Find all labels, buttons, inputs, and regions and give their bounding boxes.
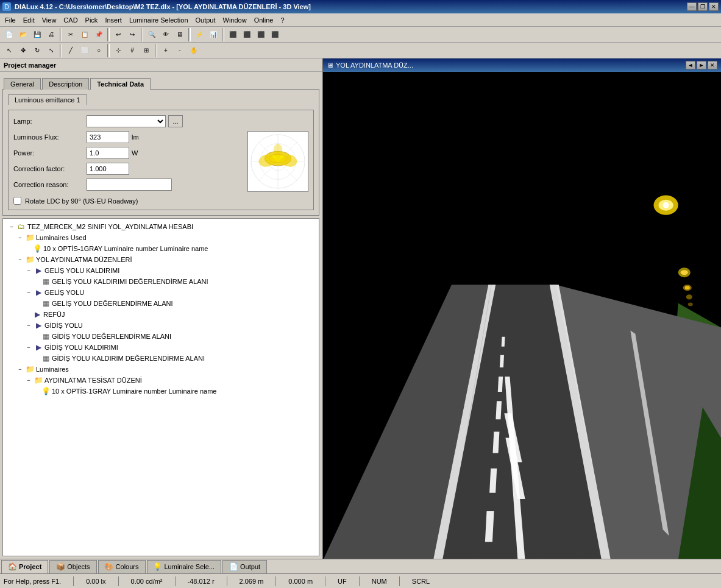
toolbar-view[interactable]: 👁	[159, 28, 172, 41]
tree-item-0[interactable]: −🗂TEZ_MERCEK_M2 SINIFI YOL_AYDINLATMA HE…	[5, 221, 316, 232]
toolbar2-rotate[interactable]: ↻	[30, 44, 44, 57]
toolbar2-pan[interactable]: ✋	[187, 44, 201, 57]
right-panel: 🖥 YOL AYDINLATMA DÜZ... ◄ ► ✕	[323, 58, 721, 559]
menu-item-?[interactable]: ?	[277, 15, 288, 25]
toolbar-cut[interactable]: ✂	[64, 28, 77, 41]
toolbar-redo[interactable]: ↪	[126, 28, 139, 41]
toolbar-extra1[interactable]: ⬛	[226, 28, 240, 41]
menu-item-cad[interactable]: CAD	[60, 15, 81, 25]
toolbar-extra2[interactable]: ⬛	[240, 28, 254, 41]
tree-item-8[interactable]: ▶REFÜJ	[5, 309, 316, 320]
lamp-dropdown[interactable]	[87, 115, 166, 127]
toolbar2-grid[interactable]: #	[126, 44, 139, 57]
correction-reason-input[interactable]	[87, 179, 172, 191]
tree-expand-11[interactable]: −	[25, 344, 32, 351]
tree-item-6[interactable]: −▶GELİŞ YOLU	[5, 287, 316, 298]
toolbar2-rect[interactable]: ⬜	[78, 44, 91, 57]
toolbar-copy[interactable]: 📋	[78, 28, 91, 41]
flux-input[interactable]	[87, 131, 129, 143]
tree-item-15[interactable]: 💡10 x OPTİS-1GRAY Luminaire number Lumin…	[5, 386, 316, 397]
toolbar2-zoom-out[interactable]: -	[173, 44, 186, 57]
toolbar2-select[interactable]: ↖	[2, 44, 16, 57]
tree-icon-4: ▶	[34, 266, 43, 275]
bottom-tab-colours[interactable]: 🎨Colours	[98, 560, 146, 573]
tree-item-14[interactable]: −📁AYDINLATMA TESİSAT DÜZENİ	[5, 375, 316, 386]
3d-canvas[interactable]	[323, 72, 721, 559]
toolbar2-ortho[interactable]: ⊞	[140, 44, 153, 57]
toolbar-zoom[interactable]: 🔍	[145, 28, 158, 41]
tree-label-13: Luminaires	[36, 366, 69, 373]
tree-item-11[interactable]: −▶GİDİŞ YOLU KALDIRIMI	[5, 342, 316, 353]
tree-expand-14[interactable]: −	[25, 377, 32, 384]
menu-item-window[interactable]: Window	[219, 15, 250, 25]
menu-item-insert[interactable]: Insert	[101, 15, 126, 25]
bottom-tab-output[interactable]: 📄Output	[222, 560, 267, 573]
close-button[interactable]: ✕	[709, 2, 719, 11]
tab-technical-data[interactable]: Technical Data	[90, 78, 151, 90]
bottom-tab-luminaire-sele...[interactable]: 💡Luminaire Sele...	[147, 560, 222, 573]
tree-item-9[interactable]: −▶GİDİŞ YOLU	[5, 320, 316, 331]
toolbar-new[interactable]: 📄	[2, 28, 16, 41]
menu-item-output[interactable]: Output	[192, 15, 219, 25]
toolbar-print[interactable]: 🖨	[44, 28, 58, 41]
tree-expand-9[interactable]: −	[25, 322, 32, 329]
tree-expand-13[interactable]: −	[16, 366, 24, 373]
tree-item-3[interactable]: −📁YOL AYDINLATMA DÜZENLERİ	[5, 254, 316, 265]
toolbar2-snap[interactable]: ⊹	[112, 44, 125, 57]
power-input[interactable]	[87, 147, 129, 159]
subtab-luminous-emittance[interactable]: Luminous emittance 1	[8, 94, 87, 105]
toolbar-open[interactable]: 📂	[16, 28, 30, 41]
menu-item-edit[interactable]: Edit	[20, 15, 38, 25]
tree-expand-6[interactable]: −	[25, 289, 32, 296]
menu-item-pick[interactable]: Pick	[82, 15, 102, 25]
tree-item-13[interactable]: −📁Luminaires	[5, 364, 316, 375]
correction-factor-row: Correction factor:	[13, 163, 236, 175]
view-close-button[interactable]: ✕	[708, 61, 717, 69]
lamp-dots-button[interactable]: ...	[168, 115, 183, 127]
toolbar-report[interactable]: 📊	[207, 28, 220, 41]
tree-expand-4[interactable]: −	[25, 267, 32, 274]
toolbar-extra3[interactable]: ⬛	[254, 28, 268, 41]
view-prev-button[interactable]: ◄	[686, 61, 695, 69]
tab-description[interactable]: Description	[42, 78, 89, 90]
toolbar-save[interactable]: 💾	[30, 28, 44, 41]
tree-item-10[interactable]: ▦GİDİŞ YOLU DEĞERLENDİRME ALANI	[5, 331, 316, 342]
tree-item-5[interactable]: ▦GELİŞ YOLU KALDIRIMI DEĞERLENDİRME ALAN…	[5, 276, 316, 287]
menu-item-luminaire-selection[interactable]: Luminaire Selection	[126, 15, 192, 25]
restore-button[interactable]: ❐	[698, 2, 708, 11]
view-next-button[interactable]: ►	[697, 61, 706, 69]
tree-expand-3[interactable]: −	[16, 256, 24, 263]
menu-item-view[interactable]: View	[38, 15, 60, 25]
tab-general[interactable]: General	[4, 78, 41, 90]
toolbar-paste[interactable]: 📌	[92, 28, 105, 41]
bottom-tab-objects[interactable]: 📦Objects	[49, 560, 96, 573]
menu-item-file[interactable]: File	[1, 15, 20, 25]
tree-item-4[interactable]: −▶GELİŞ YOLU KALDIRIMI	[5, 265, 316, 276]
menu-item-online[interactable]: Online	[250, 15, 277, 25]
toolbar2-line[interactable]: ╱	[64, 44, 77, 57]
toolbar-calculate[interactable]: ⚡	[193, 28, 206, 41]
tree-item-12[interactable]: ▦GİDİŞ YOLU KALDIRIM DEĞERLENDİRME ALANI	[5, 353, 316, 364]
bottom-tab-project[interactable]: 🏠Project	[1, 560, 48, 573]
toolbar2-circle[interactable]: ○	[92, 44, 105, 57]
toolbar-render[interactable]: 🖥	[173, 28, 186, 41]
toolbar-row-2: ↖ ✥ ↻ ⤡ ╱ ⬜ ○ ⊹ # ⊞ + - ✋	[0, 43, 721, 58]
tree-label-12: GİDİŞ YOLU KALDIRIM DEĞERLENDİRME ALANI	[52, 355, 205, 362]
toolbar2-scale[interactable]: ⤡	[44, 44, 58, 57]
correction-reason-label: Correction reason:	[13, 181, 87, 188]
titlebar-controls[interactable]: — ❐ ✕	[687, 2, 719, 11]
tree-item-2[interactable]: 💡10 x OPTİS-1GRAY Luminaire number Lumin…	[5, 243, 316, 254]
toolbar-extra4[interactable]: ⬛	[268, 28, 282, 41]
tree-expand-1[interactable]: −	[16, 234, 24, 241]
toolbar-undo[interactable]: ↩	[112, 28, 125, 41]
correction-factor-input[interactable]	[87, 163, 129, 175]
toolbar2-zoom-in[interactable]: +	[159, 44, 172, 57]
tree-item-1[interactable]: −📁Luminaires Used	[5, 232, 316, 243]
toolbar2-move[interactable]: ✥	[16, 44, 30, 57]
minimize-button[interactable]: —	[687, 2, 697, 11]
rotate-ldc-checkbox[interactable]	[13, 197, 21, 205]
tree-item-7[interactable]: ▦GELİŞ YOLU DEĞERLENDİRME ALANI	[5, 298, 316, 309]
tree-panel[interactable]: −🗂TEZ_MERCEK_M2 SINIFI YOL_AYDINLATMA HE…	[2, 218, 319, 556]
tree-expand-0[interactable]: −	[8, 223, 15, 230]
view-header-controls[interactable]: ◄ ► ✕	[686, 61, 717, 69]
